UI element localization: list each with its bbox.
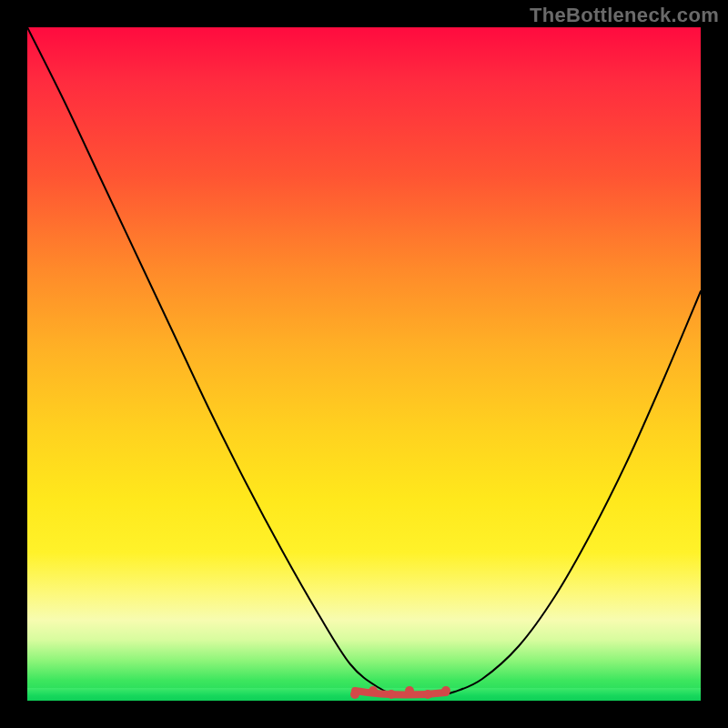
trough-dot: [387, 690, 396, 699]
trough-highlight: [355, 691, 446, 695]
trough-dot: [423, 690, 432, 699]
chart-svg: [27, 27, 701, 701]
trough-dot: [405, 686, 414, 695]
watermark-text: TheBottleneck.com: [530, 4, 719, 27]
trough-dot: [441, 686, 450, 695]
trough-dot: [350, 690, 359, 699]
chart-frame: TheBottleneck.com: [0, 0, 728, 728]
bottleneck-curve: [27, 27, 701, 697]
trough-dot: [369, 686, 378, 695]
